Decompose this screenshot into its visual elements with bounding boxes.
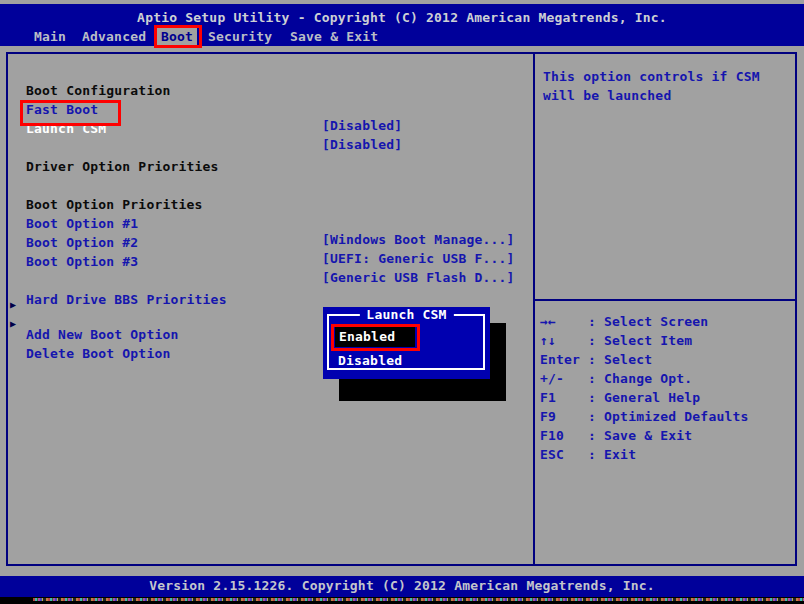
section-driver-option-priorities: Driver Option Priorities [8,143,533,160]
hotkey-row-f10: F10: Save & Exit [540,427,790,446]
hotkey-label: : Change Opt. [588,371,692,386]
hotkey-row-select-item: ↑↓: Select Item [540,332,790,351]
option-row-boot-option-3[interactable]: Boot Option #3 [Generic USB Flash D...] [8,238,533,255]
help-panel: This option controls if CSM will be laun… [535,54,795,564]
option-row-boot-option-1[interactable]: Boot Option #1 [Windows Boot Manage...] [8,200,533,217]
tab-advanced[interactable]: Advanced [82,28,146,45]
hotkey-key: ESC [540,446,588,463]
hotkey-key: F9 [540,408,588,425]
hotkey-key: F10 [540,427,588,444]
menu-bar: Main Advanced Boot Security Save & Exit [0,28,804,46]
header-bar: Aptio Setup Utility - Copyright (C) 2012… [0,4,804,46]
hotkey-legend: →←: Select Screen ↑↓: Select Item Enter:… [540,313,790,465]
hotkey-label: : Save & Exit [588,428,692,443]
hotkey-key: →← [540,313,588,330]
tab-security[interactable]: Security [208,28,272,45]
hotkey-row-enter: Enter: Select [540,351,790,370]
hotkey-label: : Select [588,352,652,367]
hotkey-row-esc: ESC: Exit [540,446,790,465]
submenu-arrow-icon: ▶ [10,297,16,313]
help-divider [535,299,795,301]
footer-bar: Version 2.15.1226. Copyright (C) 2012 Am… [0,576,804,597]
hotkey-label: : Exit [588,447,636,462]
hotkey-row-f9: F9: Optimized Defaults [540,408,790,427]
hotkey-row-f1: F1: General Help [540,389,790,408]
hotkey-key: +/- [540,370,588,387]
hotkey-key: F1 [540,389,588,406]
popup-title: Launch CSM [359,307,453,323]
hotkey-key: Enter [540,351,588,368]
option-row-hard-drive-bbs-priorities[interactable]: Hard Drive BBS Priorities [8,276,533,293]
main-panel: Boot Configuration Fast Boot [Disabled] … [6,52,797,566]
submenu-arrow-icon: ▶ [10,316,16,332]
hotkey-label: : Select Item [588,333,692,348]
hotkey-row-change-opt: +/-: Change Opt. [540,370,790,389]
option-label: Delete Boot Option [26,346,170,362]
bios-screen: Aptio Setup Utility - Copyright (C) 2012… [0,0,804,604]
annotation-box-launch-csm [20,100,121,126]
option-label: Boot Option #3 [26,254,138,270]
hotkey-label: : Optimized Defaults [588,409,749,424]
launch-csm-popup: Launch CSM Enabled Disabled [323,307,490,379]
hotkey-key: ↑↓ [540,332,588,349]
tab-save-exit[interactable]: Save & Exit [290,28,378,45]
footer-version-text: Version 2.15.1226. Copyright (C) 2012 Am… [0,576,804,596]
help-text: This option controls if CSM will be laun… [543,67,787,105]
hotkey-label: : General Help [588,390,700,405]
app-title: Aptio Setup Utility - Copyright (C) 2012… [0,10,804,26]
popup-option-disabled[interactable]: Disabled [338,353,402,369]
section-boot-configuration: Boot Configuration [8,67,533,84]
option-row-boot-option-2[interactable]: Boot Option #2 [UEFI: Generic USB F...] [8,219,533,236]
video-noise-line [33,598,804,601]
section-boot-option-priorities: Boot Option Priorities [8,181,533,198]
tab-main[interactable]: Main [34,28,66,45]
section-label: Driver Option Priorities [26,159,219,175]
hotkey-label: : Select Screen [588,314,708,329]
options-panel: Boot Configuration Fast Boot [Disabled] … [8,54,535,564]
annotation-box-enabled [331,324,420,351]
annotation-box-boot-tab [154,25,202,48]
hotkey-row-select-screen: →←: Select Screen [540,313,790,332]
bottom-edge-strip [0,597,804,604]
